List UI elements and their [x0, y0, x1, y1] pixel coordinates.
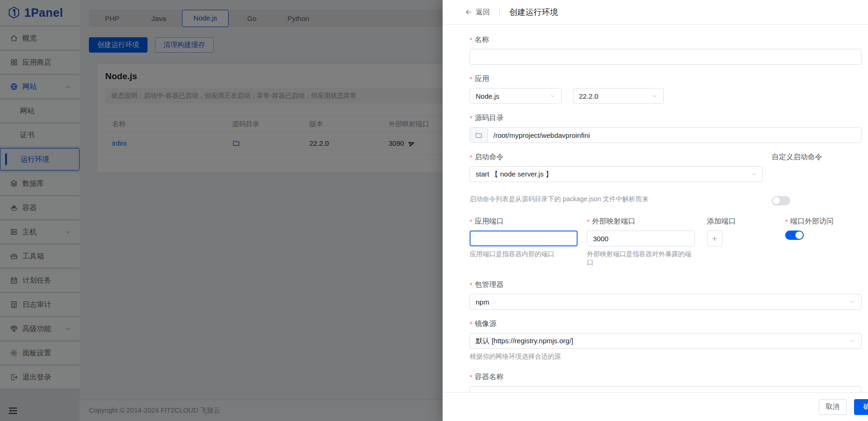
app-port-input[interactable]	[470, 231, 578, 246]
arrow-left-icon	[465, 8, 472, 16]
app-select-value: Node.js	[476, 92, 499, 100]
required-mark: *	[587, 217, 590, 226]
source-dir-input[interactable]	[488, 128, 861, 143]
chevron-down-icon	[849, 338, 855, 344]
registry-help: 根据你的网络环境选择合适的源	[470, 353, 861, 361]
app-select[interactable]: Node.js	[470, 88, 562, 104]
field-source-dir: *源码目录	[470, 113, 861, 143]
name-input[interactable]	[470, 49, 861, 65]
app-port-label: 应用端口	[475, 217, 504, 226]
mapped-port-label: 外部映射端口	[592, 217, 635, 226]
chevron-down-icon	[751, 171, 757, 177]
chevron-down-icon	[652, 93, 658, 99]
drawer-footer: 取消 确认	[443, 392, 868, 421]
name-label: 名称	[475, 35, 489, 45]
folder-icon	[475, 131, 483, 139]
registry-value: 默认 [https://registry.npmjs.org/]	[476, 337, 573, 346]
plus-icon	[711, 235, 718, 242]
confirm-button[interactable]: 确认	[854, 399, 868, 415]
required-mark: *	[470, 373, 472, 381]
field-pkg-manager: *包管理器 npm	[470, 280, 861, 310]
screen: 1Panel 概览 应用商店 网站 网站 证书 运行环境 数据库	[0, 0, 868, 421]
start-command-value: start 【 node server.js 】	[476, 170, 552, 179]
custom-start-command-label: 自定义启动命令	[772, 152, 822, 162]
back-label: 返回	[476, 7, 490, 17]
registry-label: 镜像源	[475, 319, 497, 329]
pkg-manager-value: npm	[476, 298, 489, 306]
field-registry: *镜像源 默认 [https://registry.npmjs.org/] 根据…	[470, 319, 861, 361]
cancel-button[interactable]: 取消	[819, 399, 847, 415]
registry-select[interactable]: 默认 [https://registry.npmjs.org/]	[470, 333, 861, 349]
add-port-button[interactable]	[707, 231, 722, 246]
required-mark: *	[470, 153, 472, 162]
browse-folder-button[interactable]	[470, 128, 488, 143]
drawer-header: 返回 创建运行环境	[443, 0, 868, 25]
required-mark: *	[470, 281, 472, 289]
container-name-label: 容器名称	[475, 372, 504, 382]
field-external-access: *端口外部访问	[785, 217, 834, 267]
field-container-name: *容器名称	[470, 372, 861, 392]
pkg-manager-label: 包管理器	[475, 280, 504, 290]
required-mark: *	[470, 75, 472, 83]
mapped-port-help: 外部映射端口是指容器对外暴露的端口	[587, 250, 695, 267]
app-label: 应用	[475, 74, 489, 84]
drawer-body: *名称 *应用 Node.js 22.2.0 *源码目录	[443, 25, 868, 392]
field-add-port: 添加端口	[707, 217, 736, 267]
required-mark: *	[470, 114, 472, 122]
required-mark: *	[470, 36, 472, 44]
start-command-label: 启动命令	[475, 152, 504, 162]
container-name-input[interactable]	[470, 386, 861, 392]
chevron-down-icon	[849, 299, 855, 305]
required-mark: *	[470, 320, 472, 328]
add-port-label: 添加端口	[707, 217, 736, 226]
custom-start-command-toggle[interactable]	[772, 196, 790, 205]
back-button[interactable]: 返回	[465, 7, 490, 17]
start-command-help: 启动命令列表是从源码目录下的 package.json 文件中解析而来	[470, 195, 861, 204]
app-version-value: 22.2.0	[579, 92, 599, 100]
required-mark: *	[785, 217, 788, 226]
source-dir-label: 源码目录	[475, 113, 504, 123]
ports-row: *应用端口 应用端口是指容器内部的端口 *外部映射端口 外部映射端口是指容器对外…	[470, 217, 861, 267]
app-port-help: 应用端口是指容器内部的端口	[470, 250, 578, 258]
field-app: *应用 Node.js 22.2.0	[470, 74, 861, 104]
pkg-manager-select[interactable]: npm	[470, 294, 861, 310]
external-access-toggle[interactable]	[785, 231, 804, 240]
create-runtime-drawer: 返回 创建运行环境 *名称 *应用 Node.js 22.2.0	[443, 0, 868, 421]
mapped-port-input[interactable]	[587, 231, 695, 246]
field-start-command: *启动命令 自定义启动命令 start 【 node server.js 】 启…	[470, 152, 861, 204]
field-mapped-port: *外部映射端口 外部映射端口是指容器对外暴露的端口	[587, 217, 695, 267]
start-command-select[interactable]: start 【 node server.js 】	[470, 166, 763, 182]
chevron-down-icon	[550, 93, 556, 99]
field-app-port: *应用端口 应用端口是指容器内部的端口	[470, 217, 578, 267]
required-mark: *	[470, 217, 472, 226]
app-version-select[interactable]: 22.2.0	[573, 88, 664, 104]
field-name: *名称	[470, 35, 861, 65]
drawer-title: 创建运行环境	[509, 7, 558, 18]
header-divider	[499, 8, 500, 16]
external-access-label: 端口外部访问	[790, 217, 834, 226]
